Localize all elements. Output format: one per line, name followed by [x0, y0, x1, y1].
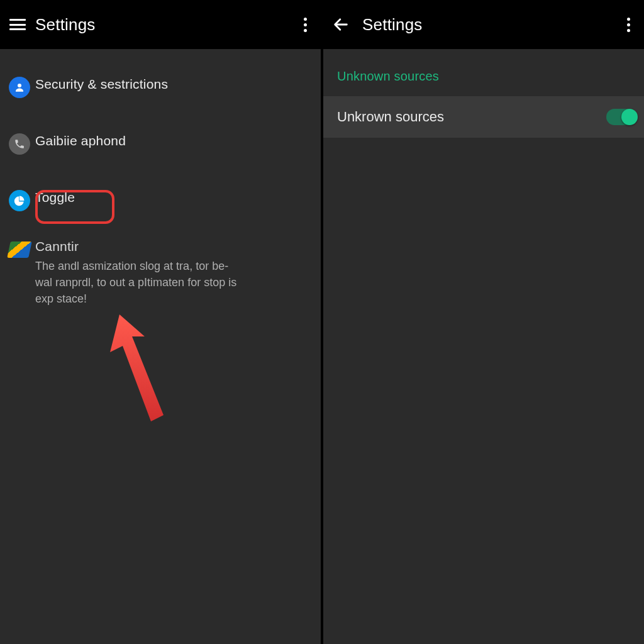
section-header-unknown-sources: Unknown sources [323, 49, 644, 96]
left-pane: Settings Security & sestrictions [0, 0, 322, 644]
appbar-left: Settings [0, 0, 321, 49]
toggle-label: Unkrown sources [337, 109, 606, 125]
hamburger-icon [9, 19, 26, 30]
settings-item-toggle[interactable]: Toggle [0, 180, 321, 220]
settings-item-label: Canntir [35, 239, 311, 254]
unknown-sources-toggle-row[interactable]: Unkrown sources [323, 96, 644, 138]
overflow-menu-button-left[interactable] [296, 11, 314, 38]
right-pane: Settings Unknown sources Unkrown sources [322, 0, 644, 644]
settings-item-label: Toggle [35, 190, 311, 205]
back-button[interactable] [327, 11, 355, 38]
phone-icon [9, 133, 30, 155]
menu-button[interactable] [4, 11, 31, 38]
settings-item-phone[interactable]: Gaibiie aphond [0, 123, 321, 164]
settings-item-label: Gaibiie aphond [35, 133, 311, 148]
back-arrow-icon [332, 16, 350, 33]
svg-marker-1 [110, 314, 164, 421]
annotation-arrow-icon [94, 314, 182, 428]
appbar-right: Settings [323, 0, 644, 49]
settings-item-label: Security & sestrictions [35, 77, 311, 92]
settings-item-description: The andl asmization slog at tra, tor be-… [35, 258, 243, 307]
page-title-left: Settings [35, 15, 296, 35]
folder-icon [7, 242, 32, 258]
overflow-menu-button-right[interactable] [619, 11, 638, 38]
settings-list-left: Security & sestrictions Gaibiie aphond [0, 49, 321, 316]
page-title-right: Settings [362, 15, 619, 35]
pie-icon [9, 190, 30, 211]
svg-point-0 [18, 84, 21, 87]
switch-thumb [621, 109, 638, 125]
settings-item-security[interactable]: Security & sestrictions [0, 67, 321, 107]
person-icon [9, 77, 30, 98]
settings-item-canntir[interactable]: Canntir The andl asmization slog at tra,… [0, 229, 321, 316]
unknown-sources-switch[interactable] [606, 109, 635, 125]
